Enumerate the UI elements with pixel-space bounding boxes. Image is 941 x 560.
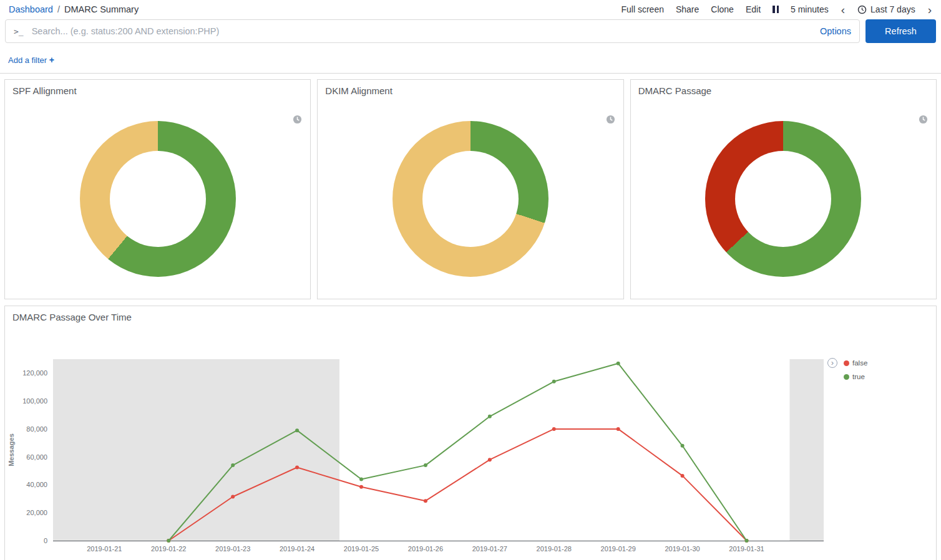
spf-donut-chart[interactable] xyxy=(80,121,236,277)
clock-icon xyxy=(857,5,867,14)
time-back-chevron-icon[interactable]: ‹ xyxy=(841,5,846,14)
legend-toggle-icon[interactable]: › xyxy=(827,358,837,368)
clone-button[interactable]: Clone xyxy=(711,4,734,14)
svg-text:2019-01-29: 2019-01-29 xyxy=(601,545,636,553)
dmarc-line-chart[interactable]: 020,00040,00060,00080,000100,000120,0002… xyxy=(5,355,835,560)
pause-autorefresh-icon[interactable] xyxy=(773,6,779,13)
dmarc-donut-chart[interactable] xyxy=(705,121,861,277)
panel-header: DMARC Passage Over Time xyxy=(5,306,936,322)
panel-title: DMARC Passage xyxy=(638,85,712,96)
time-forward-chevron-icon[interactable]: › xyxy=(927,5,932,14)
legend-label: true xyxy=(852,373,865,380)
dkim-donut-chart[interactable] xyxy=(392,121,549,277)
svg-text:2019-01-25: 2019-01-25 xyxy=(344,545,379,553)
legend-color-dot xyxy=(844,360,849,366)
chart-legend: falsetrue xyxy=(844,359,867,387)
panel-clock-icon xyxy=(606,115,615,124)
refresh-button[interactable]: Refresh xyxy=(865,19,936,43)
share-button[interactable]: Share xyxy=(676,4,699,14)
plus-icon: + xyxy=(49,55,54,65)
panel-clock-icon xyxy=(293,115,302,124)
svg-text:2019-01-26: 2019-01-26 xyxy=(408,545,443,553)
top-navigation-bar: Dashboard / DMARC Summary Full screen Sh… xyxy=(0,0,941,17)
svg-text:60,000: 60,000 xyxy=(26,453,47,461)
svg-text:40,000: 40,000 xyxy=(26,481,47,488)
svg-text:100,000: 100,000 xyxy=(22,397,47,405)
edit-button[interactable]: Edit xyxy=(746,4,761,14)
search-box[interactable]: >_ Options xyxy=(5,19,860,43)
svg-text:2019-01-31: 2019-01-31 xyxy=(729,545,764,553)
svg-text:2019-01-23: 2019-01-23 xyxy=(215,545,250,553)
panel-clock-icon xyxy=(919,115,928,124)
top-menu: Full screen Share Clone Edit 5 minutes ‹… xyxy=(621,4,932,14)
svg-text:2019-01-30: 2019-01-30 xyxy=(665,545,700,553)
page-title: DMARC Summary xyxy=(64,4,139,14)
query-bar: >_ Options Refresh xyxy=(0,17,941,47)
time-range-picker[interactable]: Last 7 days xyxy=(857,4,915,14)
breadcrumb-separator: / xyxy=(57,4,60,14)
legend-item[interactable]: true xyxy=(844,373,867,380)
dashboard-grid: SPF Allignment DKIM Alignment xyxy=(0,74,941,560)
svg-text:2019-01-28: 2019-01-28 xyxy=(537,545,572,553)
panel-title: DMARC Passage Over Time xyxy=(12,312,132,322)
breadcrumb: Dashboard / DMARC Summary xyxy=(9,4,139,14)
svg-text:Messages: Messages xyxy=(7,433,15,466)
line-chart-area: 020,00040,00060,00080,000100,000120,0002… xyxy=(5,322,936,557)
breadcrumb-dashboard-link[interactable]: Dashboard xyxy=(9,4,53,14)
svg-text:120,000: 120,000 xyxy=(22,369,47,377)
time-range-label: Last 7 days xyxy=(870,4,915,14)
donut-hole xyxy=(110,151,206,247)
full-screen-button[interactable]: Full screen xyxy=(621,4,663,14)
svg-text:2019-01-22: 2019-01-22 xyxy=(151,545,186,553)
dkim-alignment-panel: DKIM Alignment xyxy=(317,79,623,299)
panel-header: DKIM Alignment xyxy=(318,80,623,96)
donut-hole xyxy=(422,151,519,247)
options-link[interactable]: Options xyxy=(820,26,851,36)
legend-color-dot xyxy=(844,374,849,380)
svg-text:20,000: 20,000 xyxy=(26,509,47,516)
donut-panels-row: SPF Allignment DKIM Alignment xyxy=(4,79,937,299)
dmarc-over-time-panel: DMARC Passage Over Time 020,00040,00060,… xyxy=(4,306,937,560)
svg-text:2019-01-21: 2019-01-21 xyxy=(87,545,122,553)
legend-label: false xyxy=(852,359,867,367)
svg-text:2019-01-24: 2019-01-24 xyxy=(280,545,314,553)
legend-item[interactable]: false xyxy=(844,359,867,367)
svg-text:0: 0 xyxy=(44,537,47,544)
svg-text:2019-01-27: 2019-01-27 xyxy=(472,545,507,553)
query-prompt-icon: >_ xyxy=(14,27,24,36)
panel-header: DMARC Passage xyxy=(631,80,936,96)
spf-alignment-panel: SPF Allignment xyxy=(4,79,311,299)
panel-header: SPF Allignment xyxy=(5,80,310,96)
add-filter-button[interactable]: Add a filter + xyxy=(8,56,54,65)
refresh-interval-button[interactable]: 5 minutes xyxy=(791,4,829,14)
donut-hole xyxy=(735,151,831,247)
panel-title: SPF Allignment xyxy=(12,85,77,96)
svg-text:80,000: 80,000 xyxy=(26,425,47,433)
filter-bar: Add a filter + xyxy=(0,47,941,74)
dmarc-passage-panel: DMARC Passage xyxy=(630,79,937,299)
add-filter-label: Add a filter xyxy=(8,56,47,65)
search-input[interactable] xyxy=(31,26,814,37)
panel-title: DKIM Alignment xyxy=(325,85,392,96)
